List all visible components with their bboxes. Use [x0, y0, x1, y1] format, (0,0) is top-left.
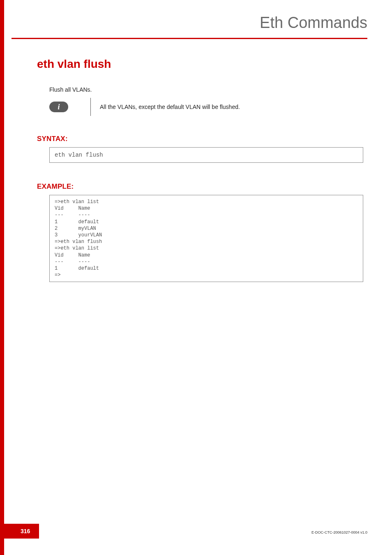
example-heading: EXAMPLE: — [37, 183, 363, 191]
left-accent-rail — [0, 0, 4, 555]
syntax-heading: SYNTAX: — [37, 135, 363, 143]
note-callout: i All the VLANs, except the default VLAN… — [49, 98, 363, 116]
info-icon: i — [49, 102, 68, 112]
chapter-title: Eth Commands — [260, 14, 367, 32]
note-separator — [90, 98, 91, 116]
page-body: Eth Commands eth vlan flush Flush all VL… — [4, 0, 392, 555]
header-rule — [12, 38, 367, 39]
example-code-box: =>eth vlan list Vid Name --- ---- 1 defa… — [49, 195, 363, 282]
page-number: 316 — [4, 524, 39, 539]
content-area: eth vlan flush Flush all VLANs. i All th… — [37, 58, 363, 282]
syntax-code-box: eth vlan flush — [49, 147, 363, 163]
document-code: E-DOC-CTC-20061027-0004 v1.0 — [311, 530, 367, 534]
intro-text: Flush all VLANs. — [49, 86, 363, 93]
command-title: eth vlan flush — [37, 58, 363, 71]
note-text: All the VLANs, except the default VLAN w… — [100, 104, 240, 110]
